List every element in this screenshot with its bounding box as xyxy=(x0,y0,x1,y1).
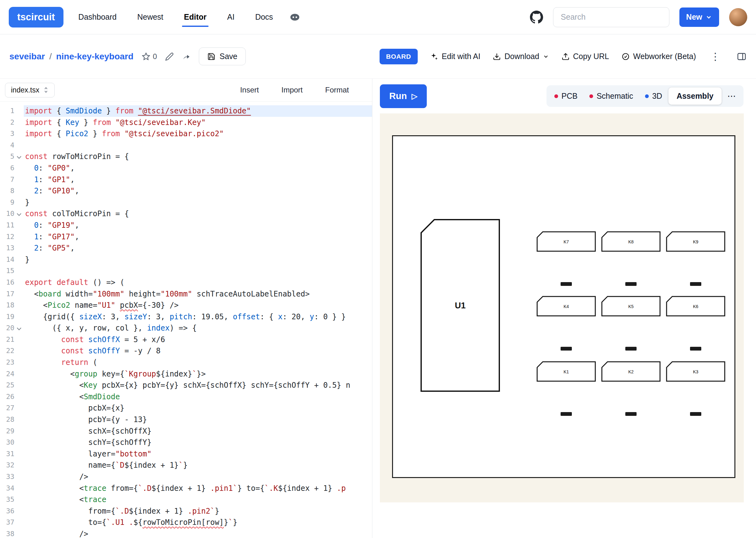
code-text: from={`.D${index + 1} .pin2`} xyxy=(24,506,372,517)
code-line[interactable]: 14} xyxy=(0,254,372,266)
play-icon: ▷ xyxy=(411,92,417,101)
code-line[interactable]: 5const rowToMicroPin = { xyxy=(0,151,372,162)
code-line[interactable]: 22 const schOffY = -y / 8 xyxy=(0,345,372,357)
edit-with-ai-button[interactable]: Edit with AI xyxy=(430,52,481,61)
view-tab-3d[interactable]: 3D xyxy=(639,87,668,105)
fold-marker xyxy=(14,437,24,448)
line-number: 4 xyxy=(0,140,14,151)
editor-actions: InsertImportFormat xyxy=(240,85,367,94)
code-line[interactable]: 20 ({ x, y, row, col }, index) => { xyxy=(0,322,372,334)
editor-action-format[interactable]: Format xyxy=(325,85,349,94)
github-icon[interactable] xyxy=(530,11,543,24)
code-line[interactable]: 24 <group key={`Kgroup${index}`}> xyxy=(0,368,372,380)
code-line[interactable]: 35 <trace xyxy=(0,494,372,506)
code-line[interactable]: 10const colToMicroPin = { xyxy=(0,208,372,220)
code-text: /> xyxy=(24,471,372,483)
code-editor[interactable]: 1import { SmdDiode } from "@tsci/seveiba… xyxy=(0,102,372,538)
view-tab-assembly[interactable]: Assembly xyxy=(669,87,722,105)
editor-action-insert[interactable]: Insert xyxy=(240,85,259,94)
code-line[interactable]: 17 <board width="100mm" height="100mm" s… xyxy=(0,288,372,300)
key-label-k8: K8 xyxy=(628,239,633,244)
code-line[interactable]: 28 pcbY={y - 13} xyxy=(0,414,372,425)
more-options-button[interactable]: ⋮ xyxy=(709,51,722,63)
download-button[interactable]: Download xyxy=(493,52,549,61)
nav-item-editor[interactable]: Editor xyxy=(184,13,206,22)
nav-item-dashboard[interactable]: Dashboard xyxy=(79,13,117,22)
line-number: 7 xyxy=(0,174,14,186)
code-line[interactable]: 12 1: "GP17", xyxy=(0,231,372,243)
download-icon xyxy=(493,52,501,61)
fold-marker xyxy=(14,414,24,425)
view-tab-schematic[interactable]: Schematic xyxy=(584,87,639,105)
nav-item-docs[interactable]: Docs xyxy=(255,13,273,22)
code-line[interactable]: 29 schX={schOffX} xyxy=(0,425,372,437)
search-input[interactable] xyxy=(553,7,669,27)
diode xyxy=(560,347,572,350)
code-line[interactable]: 11 0: "GP19", xyxy=(0,220,372,231)
fold-marker xyxy=(14,242,24,254)
code-line[interactable]: 25 <Key pcbX={x} pcbY={y} schX={schOffX}… xyxy=(0,380,372,391)
board-badge[interactable]: BOARD xyxy=(379,49,418,64)
code-line[interactable]: 36 from={`.D${index + 1} .pin2`} xyxy=(0,506,372,517)
code-line[interactable]: 32 name={`D${index + 1}`} xyxy=(0,459,372,471)
code-text: <Pico2 name="U1" pcbX={-30} /> xyxy=(24,299,372,311)
fold-marker xyxy=(14,162,24,174)
breadcrumb-owner[interactable]: seveibar xyxy=(9,52,45,62)
code-line[interactable]: 38 /> xyxy=(0,528,372,538)
file-tab[interactable]: index.tsx xyxy=(5,83,55,97)
code-line[interactable]: 8 2: "GP10", xyxy=(0,185,372,197)
line-number: 22 xyxy=(0,345,14,357)
copy-url-button[interactable]: Copy URL xyxy=(561,52,609,61)
new-button[interactable]: New xyxy=(679,8,719,27)
code-line[interactable]: 37 to={`.U1 .${rowToMicroPin[row]}`} xyxy=(0,517,372,528)
code-line[interactable]: 19 {grid({ sizeX: 3, sizeY: 3, pitch: 19… xyxy=(0,311,372,323)
code-line[interactable]: 13 2: "GP5", xyxy=(0,242,372,254)
code-line[interactable]: 34 <trace from={`.D${index + 1} .pin1`} … xyxy=(0,483,372,494)
code-line[interactable]: 27 pcbX={x} xyxy=(0,403,372,414)
webworker-button[interactable]: Webworker (Beta) xyxy=(621,52,696,61)
avatar[interactable] xyxy=(729,8,747,26)
star-button[interactable]: 0 xyxy=(142,52,157,61)
assembly-board: U1K7K8K9K4K5K6K1K2K3 xyxy=(392,135,735,478)
code-line[interactable]: 21 const schOffX = 5 + x/6 xyxy=(0,334,372,346)
run-button[interactable]: Run ▷ xyxy=(380,84,427,108)
fold-marker[interactable] xyxy=(14,151,24,162)
breadcrumb-project[interactable]: nine-key-keyboard xyxy=(56,52,133,62)
line-number: 25 xyxy=(0,380,14,391)
code-line[interactable]: 7 1: "GP1", xyxy=(0,174,372,186)
fold-marker[interactable] xyxy=(14,208,24,220)
nav-item-newest[interactable]: Newest xyxy=(137,13,163,22)
code-line[interactable]: 16export default () => ( xyxy=(0,277,372,288)
code-line[interactable]: 4 xyxy=(0,140,372,151)
code-line[interactable]: 9} xyxy=(0,197,372,208)
code-line[interactable]: 18 <Pico2 name="U1" pcbX={-30} /> xyxy=(0,299,372,311)
code-text: layer="bottom" xyxy=(24,448,372,460)
fold-marker xyxy=(14,128,24,140)
save-button[interactable]: Save xyxy=(199,47,246,65)
code-line[interactable]: 2import { Key } from "@tsci/seveibar.Key… xyxy=(0,117,372,129)
code-line[interactable]: 23 return ( xyxy=(0,357,372,368)
code-line[interactable]: 1import { SmdDiode } from "@tsci/seveiba… xyxy=(0,105,372,117)
editor-action-import[interactable]: Import xyxy=(281,85,303,94)
code-line[interactable]: 26 <SmdDiode xyxy=(0,391,372,403)
code-line[interactable]: 3import { Pico2 } from "@tsci/seveibar.p… xyxy=(0,128,372,140)
fork-button[interactable] xyxy=(182,52,191,61)
code-text: } xyxy=(24,197,372,208)
fold-marker xyxy=(14,506,24,517)
view-tab-pcb[interactable]: PCB xyxy=(549,87,583,105)
view-more-button[interactable]: ⋯ xyxy=(722,91,741,101)
code-line[interactable]: 30 schY={schOffY} xyxy=(0,437,372,448)
logo[interactable]: tscircuit xyxy=(9,7,63,27)
discord-icon[interactable] xyxy=(289,12,301,23)
line-number: 27 xyxy=(0,403,14,414)
line-number: 24 xyxy=(0,368,14,380)
code-line[interactable]: 6 0: "GP0", xyxy=(0,162,372,174)
rename-button[interactable] xyxy=(165,52,174,61)
fold-marker[interactable] xyxy=(14,322,24,334)
code-text: export default () => ( xyxy=(24,277,372,288)
code-line[interactable]: 15 xyxy=(0,265,372,277)
nav-item-ai[interactable]: AI xyxy=(227,13,235,22)
code-line[interactable]: 33 /> xyxy=(0,471,372,483)
code-line[interactable]: 31 layer="bottom" xyxy=(0,448,372,460)
panel-toggle-button[interactable] xyxy=(737,52,747,62)
